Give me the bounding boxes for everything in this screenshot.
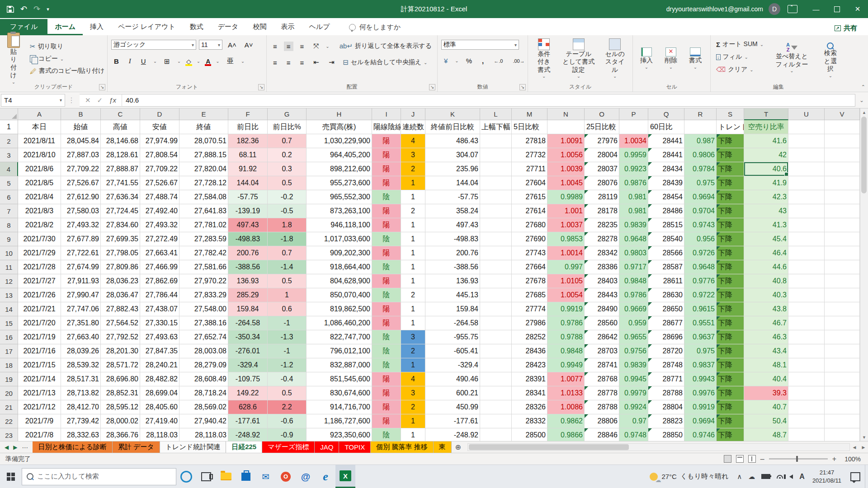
- edge-button[interactable]: e: [316, 465, 335, 488]
- row-header-19[interactable]: 19: [0, 372, 18, 386]
- cell-U11[interactable]: [788, 260, 825, 274]
- cell-C3[interactable]: 28,128.61: [101, 148, 140, 162]
- undo-icon[interactable]: ↶: [20, 5, 27, 13]
- cell-T10[interactable]: 46.4: [744, 246, 788, 260]
- column-header-D[interactable]: D: [140, 108, 179, 120]
- cell-R4[interactable]: 0.9784: [684, 162, 717, 176]
- row-header-8[interactable]: 8: [0, 218, 18, 232]
- cell-A3[interactable]: 2021/8/10: [18, 148, 61, 162]
- cell-Q22[interactable]: 28823: [648, 414, 684, 428]
- cell-F5[interactable]: 144.04: [228, 176, 268, 190]
- cell-E15[interactable]: 27,388.16: [179, 316, 228, 330]
- cell-C10[interactable]: 27,798.05: [101, 246, 140, 260]
- cell-S14[interactable]: 下降: [717, 302, 744, 316]
- insert-cells-button[interactable]: 挿入⌄: [637, 47, 656, 71]
- cell-T9[interactable]: 45.4: [744, 232, 788, 246]
- cell-B6[interactable]: 27,612.90: [61, 190, 101, 204]
- cell-M9[interactable]: 27690: [512, 232, 547, 246]
- cell-N4[interactable]: 1.0039: [547, 162, 585, 176]
- format-cells-button[interactable]: 書式⌄: [685, 47, 705, 71]
- cell-L3[interactable]: [480, 148, 512, 162]
- cell-S21[interactable]: 下降: [717, 400, 744, 414]
- cell-E10[interactable]: 27,782.42: [179, 246, 228, 260]
- cell-D4[interactable]: 27,709.22: [140, 162, 179, 176]
- cell-E23[interactable]: 28,118.03: [179, 428, 228, 441]
- cell-D5[interactable]: 27,526.67: [140, 176, 179, 190]
- merge-center-button[interactable]: ⊟ セルを結合して中央揃え⌄: [341, 57, 429, 68]
- cell-T11[interactable]: 44.6: [744, 260, 788, 274]
- row-header-9[interactable]: 9: [0, 232, 18, 246]
- cell-K1[interactable]: 終値前日比較: [425, 120, 480, 134]
- cell-P14[interactable]: 0.9669: [619, 302, 648, 316]
- cell-K7[interactable]: 358.24: [425, 204, 480, 218]
- cell-I13[interactable]: 陰: [372, 288, 401, 302]
- cell-I1[interactable]: 陽線陰線: [372, 120, 401, 134]
- cell-E14[interactable]: 27,548.00: [179, 302, 228, 316]
- row-header-14[interactable]: 14: [0, 302, 18, 316]
- cell-H23[interactable]: 923,350,600: [307, 428, 372, 441]
- cell-R2[interactable]: 0.987: [684, 134, 717, 148]
- cell-K17[interactable]: -605.41: [425, 344, 480, 358]
- account-avatar[interactable]: D: [769, 3, 780, 15]
- cell-F3[interactable]: 68.11: [228, 148, 268, 162]
- cell-V16[interactable]: [825, 330, 860, 344]
- cell-M6[interactable]: 27615: [512, 190, 547, 204]
- cell-P2[interactable]: 1.0034: [619, 134, 648, 148]
- cell-V15[interactable]: [825, 316, 860, 330]
- ribbon-tab-校閲[interactable]: 校閲: [245, 19, 274, 35]
- collapse-ribbon-icon[interactable]: ⌃: [861, 84, 865, 90]
- worksheet-grid[interactable]: ABCDEFGHIJKLMNOPQRSTUV1本日始値高値安値終値前日比前日比%…: [0, 108, 868, 441]
- account-email[interactable]: dryyourtearswithlove1@gmail.com: [666, 5, 763, 13]
- task-view-button[interactable]: [196, 465, 216, 488]
- cell-H11[interactable]: 918,664,400: [307, 260, 372, 274]
- cell-G8[interactable]: 1.8: [268, 218, 307, 232]
- column-header-N[interactable]: N: [547, 108, 585, 120]
- cell-N20[interactable]: 1.0133: [547, 386, 585, 400]
- cell-H12[interactable]: 804,628,900: [307, 274, 372, 288]
- cell-R13[interactable]: 0.9722: [684, 288, 717, 302]
- align-left-icon[interactable]: ≡: [270, 58, 280, 67]
- cell-D16[interactable]: 27,493.63: [140, 330, 179, 344]
- cell-S13[interactable]: 下降: [717, 288, 744, 302]
- cell-H16[interactable]: 822,747,700: [307, 330, 372, 344]
- cell-T19[interactable]: 40.4: [744, 372, 788, 386]
- cell-I21[interactable]: 陽: [372, 400, 401, 414]
- cell-S7[interactable]: 下降: [717, 204, 744, 218]
- cell-N14[interactable]: 0.9919: [547, 302, 585, 316]
- cell-U17[interactable]: [788, 344, 825, 358]
- cell-U14[interactable]: [788, 302, 825, 316]
- cell-U12[interactable]: [788, 274, 825, 288]
- currency-format-icon[interactable]: ¥: [441, 56, 450, 66]
- cell-K19[interactable]: 490.46: [425, 372, 480, 386]
- cell-A7[interactable]: 2021/8/3: [18, 204, 61, 218]
- cell-P11[interactable]: 0.9717: [619, 260, 648, 274]
- cell-M18[interactable]: 28423: [512, 358, 547, 372]
- cell-L2[interactable]: [480, 134, 512, 148]
- ribbon-tab-ページ レイアウト[interactable]: ページ レイアウト: [111, 19, 183, 35]
- cell-A14[interactable]: 2021/7/21: [18, 302, 61, 316]
- cell-C17[interactable]: 28,201.30: [101, 344, 140, 358]
- cell-M20[interactable]: 28341: [512, 386, 547, 400]
- cell-C8[interactable]: 27,834.60: [101, 218, 140, 232]
- cell-P6[interactable]: 0.981: [619, 190, 648, 204]
- cell-O8[interactable]: 28235: [585, 218, 619, 232]
- cell-O17[interactable]: 28703: [585, 344, 619, 358]
- cell-R11[interactable]: 0.9648: [684, 260, 717, 274]
- cell-A1[interactable]: 本日: [18, 120, 61, 134]
- cell-N23[interactable]: 0.9866: [547, 428, 585, 441]
- cell-E1[interactable]: 終値: [179, 120, 228, 134]
- cell-T6[interactable]: 42.3: [744, 190, 788, 204]
- cell-V9[interactable]: [825, 232, 860, 246]
- cell-I12[interactable]: 陽: [372, 274, 401, 288]
- battery-icon[interactable]: [758, 474, 774, 479]
- cell-J14[interactable]: 1: [401, 302, 425, 316]
- cell-V4[interactable]: [825, 162, 860, 176]
- cell-O18[interactable]: 28741: [585, 358, 619, 372]
- cell-B1[interactable]: 始値: [61, 120, 101, 134]
- cell-Q20[interactable]: 28788: [648, 386, 684, 400]
- cell-O4[interactable]: 28037: [585, 162, 619, 176]
- cell-R8[interactable]: 0.9743: [684, 218, 717, 232]
- cell-J6[interactable]: 1: [401, 190, 425, 204]
- cell-E9[interactable]: 27,283.59: [179, 232, 228, 246]
- number-dialog-launcher[interactable]: ↘: [519, 84, 526, 90]
